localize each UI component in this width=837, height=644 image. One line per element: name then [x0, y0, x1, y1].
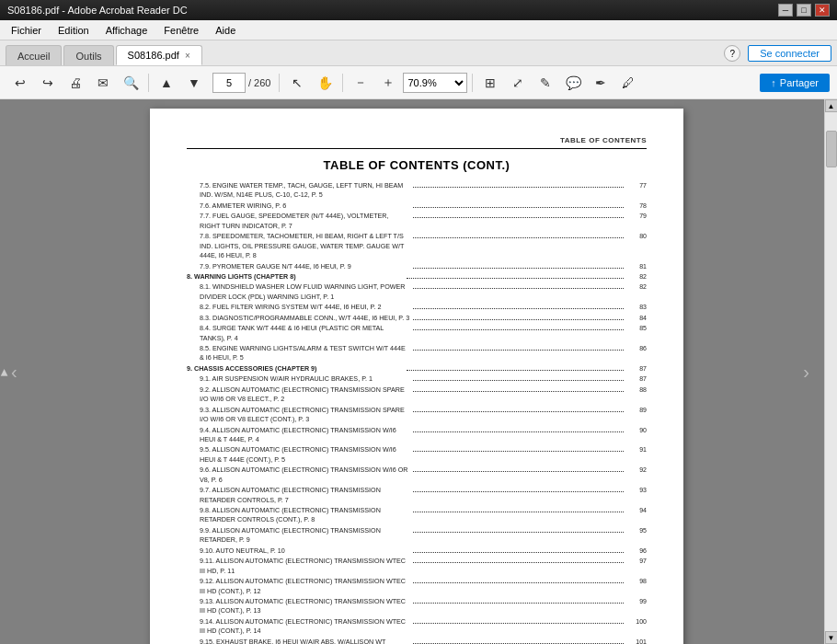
- sign-button[interactable]: 🖊: [615, 70, 641, 96]
- menu-edition[interactable]: Edition: [51, 23, 97, 38]
- toc-entry: 8.1. WINDSHIELD WASHER LOW FLUID WARNING…: [187, 282, 647, 302]
- menu-fichier[interactable]: Fichier: [4, 23, 49, 38]
- toc-entry: 9. CHASSIS ACCESSORIES (CHAPTER 9)87: [187, 364, 647, 374]
- toc-entry-page: 91: [626, 445, 647, 454]
- document-area: ‹ TABLE OF CONTENTS TABLE OF CONTENTS (C…: [9, 99, 824, 644]
- tab-bar-right: ? Se connecter: [724, 45, 831, 65]
- email-icon: ✉: [97, 75, 109, 90]
- email-button[interactable]: ✉: [90, 70, 116, 96]
- connect-button[interactable]: Se connecter: [748, 45, 831, 62]
- divider-2: [279, 74, 280, 92]
- forward-button[interactable]: ↪: [35, 70, 61, 96]
- rotate-icon: ⤢: [512, 75, 523, 90]
- toc-entry-dots: [413, 187, 624, 188]
- toc-entry-text: 7.6. AMMETER WIRING, P. 6: [200, 201, 410, 211]
- close-button[interactable]: ✕: [815, 4, 830, 17]
- rotate-button[interactable]: ⤢: [505, 70, 531, 96]
- nav-next-arrow[interactable]: ›: [803, 362, 809, 383]
- toc-entry: 7.6. AMMETER WIRING, P. 678: [187, 201, 647, 211]
- toc-entry-dots: [413, 391, 624, 392]
- toc-entry-dots: [413, 217, 624, 218]
- toc-entry-text: 9.14. ALLISON AUTOMATIC (ELECTRONIC) TRA…: [200, 617, 410, 637]
- next-page-button[interactable]: ▼: [181, 70, 207, 96]
- zoom-in-button[interactable]: ＋: [375, 70, 401, 96]
- toc-entry-text: 9.2. ALLISON AUTOMATIC (ELECTRONIC) TRAN…: [200, 385, 410, 405]
- tab-bar: Accueil Outils S08186.pdf × ? Se connect…: [0, 40, 837, 66]
- toc-entry: 7.5. ENGINE WATER TEMP., TACH, GAUGE, LE…: [187, 181, 647, 201]
- tab-tools[interactable]: Outils: [63, 45, 113, 65]
- tab-close-icon[interactable]: ×: [185, 51, 190, 61]
- toc-entry-dots: [413, 268, 624, 269]
- main-area: ◀ ‹ TABLE OF CONTENTS TABLE OF CONTENTS …: [0, 99, 837, 644]
- back-button[interactable]: ↩: [7, 70, 33, 96]
- left-collapse-icon[interactable]: ◀: [0, 368, 10, 375]
- toc-entry-page: 82: [626, 282, 647, 292]
- scroll-track[interactable]: [825, 112, 838, 631]
- scroll-up-button[interactable]: ▲: [825, 99, 838, 112]
- share-icon: ↑: [771, 77, 776, 88]
- maximize-button[interactable]: □: [797, 4, 811, 17]
- toc-entry-dots: [413, 207, 624, 208]
- divider-3: [342, 74, 343, 92]
- toc-entry: 7.8. SPEEDOMETER, TACHOMETER, HI BEAM, R…: [187, 232, 647, 260]
- toc-entry-dots: [413, 431, 624, 432]
- toc-title: TABLE OF CONTENTS (CONT.): [187, 158, 647, 172]
- hand-icon: ✋: [317, 75, 333, 90]
- toc-entry-page: 95: [626, 526, 647, 535]
- search-button[interactable]: 🔍: [118, 70, 143, 96]
- comment-button[interactable]: 💬: [560, 70, 586, 96]
- toolbar: ↩ ↪ 🖨 ✉ 🔍 ▲ ▼ / 260 ↖ ✋ － ＋ 70.9% 50% 75…: [0, 66, 837, 99]
- select-icon: ↖: [292, 75, 303, 90]
- toc-entry-page: 87: [626, 364, 647, 374]
- toc-entry: 9.14. ALLISON AUTOMATIC (ELECTRONIC) TRA…: [187, 617, 647, 637]
- annotate-button[interactable]: ✎: [533, 70, 558, 96]
- toc-entry-page: 97: [626, 557, 647, 566]
- toc-entry-dots: [413, 237, 624, 238]
- toc-entry-text: 9.6. ALLISON AUTOMATIC (ELECTRONIC) TRAN…: [200, 466, 410, 485]
- minimize-button[interactable]: ─: [778, 4, 793, 17]
- toc-entry-text: 8.2. FUEL FILTER WIRING SYSTEM W/T 444E,…: [200, 303, 410, 312]
- menu-aide[interactable]: Aide: [208, 23, 243, 38]
- toc-entry-page: 80: [626, 232, 647, 241]
- toc-entry-page: 83: [626, 303, 647, 312]
- pen-button[interactable]: ✒: [588, 70, 613, 96]
- menu-fenetre[interactable]: Fenêtre: [156, 23, 206, 38]
- toc-entry-page: 81: [626, 262, 647, 271]
- fit-button[interactable]: ⊞: [477, 70, 503, 96]
- toc-entry: 7.9. PYROMETER GAUGE N/T 444E, I6 HEUI, …: [187, 262, 647, 271]
- toc-entry-dots: [413, 380, 624, 381]
- toc-entry-page: 87: [626, 374, 647, 384]
- zoom-out-button[interactable]: －: [348, 70, 373, 96]
- scrollbar[interactable]: ▲ ▼: [824, 99, 837, 644]
- toc-entry-dots: [413, 623, 624, 624]
- scroll-down-button[interactable]: ▼: [825, 631, 838, 644]
- tab-tools-label: Outils: [75, 51, 101, 62]
- toc-entry: 9.2. ALLISON AUTOMATIC (ELECTRONIC) TRAN…: [187, 385, 647, 405]
- partager-button[interactable]: ↑ Partager: [760, 74, 830, 92]
- toc-entry-dots: [413, 552, 624, 553]
- page-header: TABLE OF CONTENTS: [187, 136, 647, 149]
- prev-page-button[interactable]: ▲: [154, 70, 179, 96]
- toc-entry-page: 99: [626, 597, 647, 606]
- partager-label: Partager: [780, 77, 819, 88]
- toc-entry-dots: [407, 278, 624, 279]
- toc-entry-text: 7.8. SPEEDOMETER, TACHOMETER, HI BEAM, R…: [200, 232, 410, 260]
- toc-entry-page: 94: [626, 506, 647, 515]
- tab-file[interactable]: S08186.pdf ×: [116, 45, 202, 65]
- toolbar-right: ↑ Partager: [760, 74, 830, 92]
- nav-prev-arrow[interactable]: ‹: [11, 362, 17, 383]
- toc-entry-text: 9. CHASSIS ACCESSORIES (CHAPTER 9): [187, 364, 404, 374]
- hand-tool-button[interactable]: ✋: [312, 70, 338, 96]
- scroll-thumb[interactable]: [826, 131, 837, 167]
- tab-accueil[interactable]: Accueil: [6, 45, 62, 65]
- select-tool-button[interactable]: ↖: [284, 70, 310, 96]
- prev-page-icon: ▲: [160, 75, 173, 90]
- print-button[interactable]: 🖨: [63, 70, 88, 96]
- page-number-input[interactable]: [212, 73, 246, 93]
- toc-entry: 9.6. ALLISON AUTOMATIC (ELECTRONIC) TRAN…: [187, 466, 647, 485]
- toc-entry-page: 88: [626, 385, 647, 395]
- zoom-select[interactable]: 70.9% 50% 75% 100% 125% 150%: [403, 73, 467, 93]
- toc-entry-dots: [413, 603, 624, 604]
- help-button[interactable]: ?: [724, 45, 740, 62]
- menu-affichage[interactable]: Affichage: [98, 23, 155, 38]
